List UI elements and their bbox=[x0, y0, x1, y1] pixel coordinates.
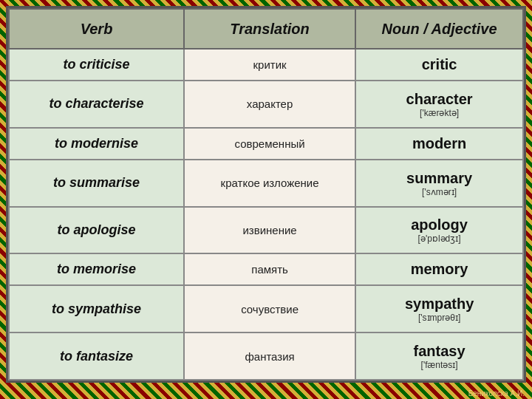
noun-phonetic: [ə'pɒlədʒɪ] bbox=[361, 233, 518, 244]
noun-word: sympathy bbox=[361, 295, 518, 313]
noun-word: modern bbox=[412, 135, 466, 151]
verb-cell: to memorise bbox=[9, 253, 184, 285]
header-translation: Translation bbox=[184, 9, 355, 49]
header-noun-adjective: Noun / Adjective bbox=[355, 9, 523, 49]
vocabulary-table: Verb Translation Noun / Adjective to cri… bbox=[8, 8, 524, 381]
translation-cell: современный bbox=[184, 128, 355, 160]
verb-cell: to modernise bbox=[9, 128, 184, 160]
table-row: to criticiseкритикcritic bbox=[9, 49, 523, 81]
table-row: to summariseкраткое изложениеsummary['sʌ… bbox=[9, 160, 523, 207]
verb-cell: to characterise bbox=[9, 81, 184, 128]
noun-cell: apology[ə'pɒlədʒɪ] bbox=[355, 207, 523, 254]
translation-cell: критик bbox=[184, 49, 355, 81]
noun-cell: modern bbox=[355, 128, 523, 160]
translation-cell: извинение bbox=[184, 207, 355, 254]
noun-cell: character['kærəktə] bbox=[355, 81, 523, 128]
verb-cell: to summarise bbox=[9, 160, 184, 207]
noun-word: critic bbox=[422, 56, 457, 72]
translation-cell: краткое изложение bbox=[184, 160, 355, 207]
noun-phonetic: ['fæntəsɪ] bbox=[361, 360, 518, 370]
noun-word: character bbox=[361, 90, 518, 108]
noun-cell: fantasy['fæntəsɪ] bbox=[355, 332, 523, 380]
translation-cell: фантазия bbox=[184, 332, 355, 380]
header-verb: Verb bbox=[9, 9, 184, 49]
table-row: to moderniseсовременныйmodern bbox=[9, 128, 523, 160]
attribution: Бениколска А.И. bbox=[468, 389, 525, 398]
noun-word: summary bbox=[361, 169, 518, 187]
table-row: to fantasizeфантазияfantasy['fæntəsɪ] bbox=[9, 332, 523, 380]
verb-cell: to sympathise bbox=[9, 285, 184, 332]
table-row: to characteriseхарактерcharacter['kærəkt… bbox=[9, 81, 523, 128]
noun-word: memory bbox=[411, 261, 468, 277]
noun-cell: summary['sʌmərɪ] bbox=[355, 160, 523, 207]
noun-word: apology bbox=[361, 216, 518, 233]
translation-cell: память bbox=[184, 253, 355, 285]
table-row: to memoriseпамятьmemory bbox=[9, 253, 523, 285]
table-row: to apologiseизвинениеapology[ə'pɒlədʒɪ] bbox=[9, 207, 523, 254]
translation-cell: сочувствие bbox=[184, 285, 355, 332]
header-row: Verb Translation Noun / Adjective bbox=[9, 9, 523, 49]
verb-cell: to apologise bbox=[9, 207, 184, 254]
noun-cell: memory bbox=[355, 253, 523, 285]
translation-cell: характер bbox=[184, 81, 355, 128]
noun-phonetic: ['sɪmprəθɪ] bbox=[361, 313, 518, 323]
noun-word: fantasy bbox=[361, 342, 518, 360]
table-row: to sympathiseсочувствиеsympathy['sɪmprəθ… bbox=[9, 285, 523, 332]
verb-cell: to fantasize bbox=[9, 332, 184, 380]
noun-cell: critic bbox=[355, 49, 523, 81]
noun-phonetic: ['kærəktə] bbox=[361, 108, 518, 118]
noun-cell: sympathy['sɪmprəθɪ] bbox=[355, 285, 523, 332]
table-wrapper: Verb Translation Noun / Adjective to cri… bbox=[6, 6, 526, 383]
verb-cell: to criticise bbox=[9, 49, 184, 81]
noun-phonetic: ['sʌmərɪ] bbox=[361, 187, 518, 197]
